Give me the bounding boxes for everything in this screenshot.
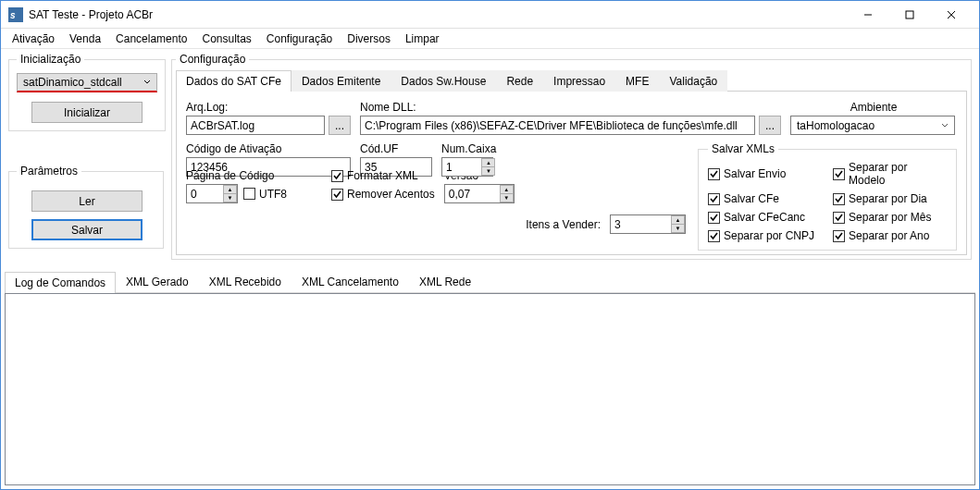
inicializar-button[interactable]: Inicializar — [31, 102, 143, 123]
right-column: Configuração Dados do SAT CFe Dados Emit… — [171, 49, 979, 269]
window-buttons — [847, 2, 972, 28]
menu-limpar[interactable]: Limpar — [398, 31, 447, 47]
chk-salvar-envio[interactable]: Salvar Envio — [708, 161, 814, 187]
versao-spin: ▲ ▼ — [444, 184, 515, 203]
nome-dll-browse-button[interactable]: ... — [759, 116, 781, 135]
nome-dll-label: Nome DLL: — [360, 101, 781, 114]
chk-formatar-xml[interactable]: Formatar XML — [331, 169, 435, 182]
menubar: Ativação Venda Cancelamento Consultas Co… — [1, 29, 979, 49]
spin-up-button[interactable]: ▲ — [671, 215, 685, 224]
parametros-group: Parâmetros Ler Salvar — [8, 165, 164, 249]
log-tabs: Log de Comandos XML Gerado XML Recebido … — [5, 271, 975, 293]
menu-venda[interactable]: Venda — [62, 31, 108, 47]
chevron-down-icon — [941, 119, 949, 132]
inicializacao-legend: Inicialização — [17, 53, 84, 66]
config-tab-panel: Arq.Log: ... Nome DLL: — [176, 92, 967, 255]
chk-salvar-cfe[interactable]: Salvar CFe — [708, 192, 814, 205]
num-caixa-field: Num.Caixa ▲ ▼ — [441, 142, 496, 177]
tab-impressao[interactable]: Impressao — [543, 70, 615, 92]
spin-down-button[interactable]: ▼ — [481, 166, 495, 176]
ambiente-combo[interactable]: taHomologacao — [790, 116, 955, 135]
configuracao-legend: Configuração — [176, 53, 249, 66]
dll-type-combo[interactable]: satDinamico_stdcall — [17, 73, 157, 92]
spin-buttons: ▲ ▼ — [481, 158, 495, 176]
pagina-codigo-field: Página de Código ▲ ▼ UTF8 — [186, 169, 287, 203]
menu-configuracao[interactable]: Configuração — [259, 31, 340, 47]
minimize-button[interactable] — [847, 2, 888, 28]
arqlog-label: Arq.Log: — [186, 101, 351, 114]
parametros-legend: Parâmetros — [17, 165, 81, 178]
tab-mfe[interactable]: MFE — [615, 70, 659, 92]
chk-salvar-cfecanc[interactable]: Salvar CFeCanc — [708, 211, 814, 224]
salvar-xmls-group: Salvar XMLs Salvar Envio Separar por Mod… — [698, 142, 957, 251]
menu-diversos[interactable]: Diversos — [340, 31, 398, 47]
log-tab-xml-gerado[interactable]: XML Gerado — [116, 271, 199, 292]
tab-dados-emitente[interactable]: Dados Emitente — [292, 70, 391, 92]
cod-ativacao-label: Código de Ativação — [186, 142, 351, 155]
menu-consultas[interactable]: Consultas — [194, 31, 258, 47]
ambiente-field: Ambiente taHomologacao — [790, 101, 957, 135]
num-caixa-label: Num.Caixa — [441, 142, 496, 155]
log-area: Log de Comandos XML Gerado XML Recebido … — [1, 269, 979, 489]
num-caixa-spin: ▲ ▼ — [441, 157, 496, 177]
left-column: Inicialização satDinamico_stdcall Inicia… — [1, 49, 171, 269]
chk-remover-acentos[interactable]: Remover Acentos — [331, 188, 435, 201]
chk-separar-ano[interactable]: Separar por Ano — [833, 229, 947, 242]
spin-buttons: ▲ ▼ — [500, 185, 514, 202]
tab-validacao[interactable]: Validação — [659, 70, 727, 92]
window-title: SAT Teste - Projeto ACBr — [29, 8, 847, 21]
format-options: Formatar XML Remover Acentos — [331, 169, 435, 201]
chk-separar-dia[interactable]: Separar por Dia — [833, 192, 947, 205]
tab-dados-sat[interactable]: Dados do SAT CFe — [176, 70, 292, 92]
itens-vender-label: Itens a Vender: — [526, 218, 601, 231]
log-panel[interactable] — [5, 293, 975, 485]
inicializar-label: Inicializar — [64, 106, 110, 119]
spin-up-button[interactable]: ▲ — [500, 185, 514, 193]
arqlog-input[interactable] — [186, 116, 325, 135]
itens-vender-spin: ▲ ▼ — [610, 214, 686, 234]
arqlog-browse-button[interactable]: ... — [329, 116, 351, 135]
salvar-button[interactable]: Salvar — [31, 219, 143, 240]
spin-buttons: ▲ ▼ — [223, 185, 237, 202]
tab-dados-swhouse[interactable]: Dados Sw.House — [391, 70, 496, 92]
tab-rede[interactable]: Rede — [496, 70, 543, 92]
cod-uf-label: Cód.UF — [360, 142, 432, 155]
top-area: Inicialização satDinamico_stdcall Inicia… — [1, 49, 979, 269]
dll-type-value: satDinamico_stdcall — [23, 76, 122, 89]
dll-type-wrap: satDinamico_stdcall — [17, 73, 157, 92]
spin-up-button[interactable]: ▲ — [223, 185, 237, 193]
chk-separar-modelo[interactable]: Separar por Modelo — [833, 161, 947, 187]
spin-up-button[interactable]: ▲ — [481, 158, 495, 166]
app-icon: s — [8, 7, 23, 22]
chk-separar-mes[interactable]: Separar por Mês — [833, 211, 947, 224]
menu-ativacao[interactable]: Ativação — [5, 31, 62, 47]
nome-dll-field: Nome DLL: ... — [360, 101, 781, 135]
pagina-codigo-label: Página de Código — [186, 169, 287, 182]
svg-rect-3 — [906, 11, 913, 18]
spin-down-button[interactable]: ▼ — [500, 193, 514, 202]
menu-cancelamento[interactable]: Cancelamento — [108, 31, 194, 47]
salvar-xmls-legend: Salvar XMLs — [708, 142, 778, 155]
ambiente-label: Ambiente — [790, 101, 957, 114]
spin-down-button[interactable]: ▼ — [223, 193, 237, 202]
log-tab-comandos[interactable]: Log de Comandos — [5, 272, 116, 293]
inicializacao-group: Inicialização satDinamico_stdcall Inicia… — [8, 53, 166, 131]
pagina-codigo-spin: ▲ ▼ — [186, 184, 238, 203]
config-tabs: Dados do SAT CFe Dados Emitente Dados Sw… — [176, 69, 967, 92]
maximize-button[interactable] — [888, 2, 930, 28]
nome-dll-input[interactable] — [360, 116, 755, 135]
chk-separar-cnpj[interactable]: Separar por CNPJ — [708, 229, 814, 242]
configuracao-group: Configuração Dados do SAT CFe Dados Emit… — [171, 53, 972, 260]
salvar-label: Salvar — [71, 224, 103, 237]
titlebar: s SAT Teste - Projeto ACBr — [1, 1, 979, 29]
spin-down-button[interactable]: ▼ — [671, 224, 685, 233]
log-tab-xml-rede[interactable]: XML Rede — [409, 271, 481, 292]
close-button[interactable] — [930, 2, 972, 28]
ler-button[interactable]: Ler — [31, 190, 143, 212]
chevron-down-icon — [143, 76, 151, 89]
log-tab-xml-recebido[interactable]: XML Recebido — [199, 271, 292, 292]
log-tab-xml-cancelamento[interactable]: XML Cancelamento — [292, 271, 409, 292]
chk-utf8[interactable]: UTF8 — [243, 188, 287, 201]
svg-text:s: s — [10, 10, 16, 20]
app-window: s SAT Teste - Projeto ACBr Ativação Vend… — [0, 0, 980, 490]
